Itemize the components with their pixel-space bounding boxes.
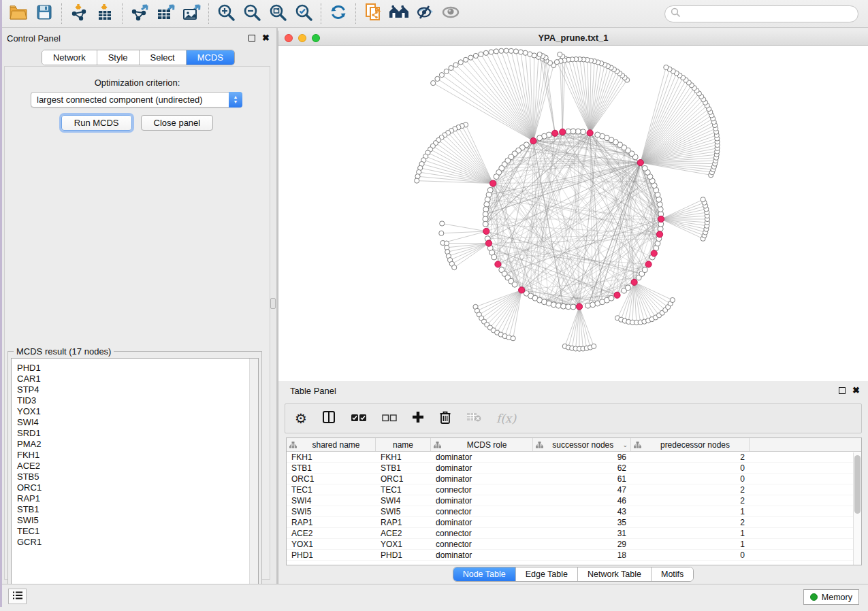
mcds-result-list[interactable]: PHD1CAR1STP4TID3YOX1SWI4SRD1PMA2FKH1ACE2… [11,358,259,601]
table-cell[interactable]: FKH1 [376,452,431,462]
table-row[interactable]: FKH1FKH1dominator962 [287,452,861,463]
mcds-result-item[interactable]: STB5 [17,472,258,482]
export-table-button[interactable] [152,3,178,24]
table-cell[interactable]: 47 [533,484,631,495]
table-row[interactable]: SWI4SWI4dominator462 [287,495,861,506]
column-header-name[interactable]: name [376,438,431,451]
table-row[interactable]: SWI5SWI5connector431 [287,506,861,517]
table-cell[interactable]: 43 [533,506,631,516]
run-mcds-button[interactable]: Run MCDS [61,115,132,131]
mcds-result-item[interactable]: PHD1 [17,363,258,374]
table-cell[interactable]: YOX1 [376,539,431,549]
mcds-result-item[interactable]: GCR1 [17,537,258,548]
table-cell[interactable]: TEC1 [376,484,431,495]
mcds-list-scrollbar[interactable] [249,359,258,600]
show-panels-button[interactable] [8,589,27,604]
refresh-button[interactable] [325,3,351,24]
tab-mcds[interactable]: MCDS [187,50,234,65]
search-input[interactable] [664,5,858,22]
select-all-button[interactable] [351,412,367,425]
table-cell[interactable]: 1 [631,506,750,516]
mcds-result-item[interactable]: ACE2 [17,461,258,472]
network-window-titlebar[interactable]: YPA_prune.txt_1 [278,31,868,46]
table-cell[interactable]: 2 [631,495,750,506]
export-image-button[interactable] [178,3,204,24]
table-cell[interactable]: 1 [631,539,750,549]
column-header-successor-nodes[interactable]: successor nodes⌄ [533,438,631,451]
table-cell[interactable]: STB1 [287,463,376,473]
table-row[interactable]: TEC1TEC1connector472 [287,484,861,495]
table-cell[interactable]: 2 [631,517,750,527]
table-cell[interactable]: dominator [431,517,533,527]
table-cell[interactable]: 0 [631,550,750,560]
column-header-MCDS-role[interactable]: MCDS role [431,438,533,451]
network-graph[interactable] [278,46,868,381]
splitter-grip[interactable] [270,298,276,309]
open-button[interactable] [5,3,31,24]
table-cell[interactable]: 18 [533,550,631,560]
export-network-button[interactable] [127,3,152,24]
table-cell[interactable]: ORC1 [376,474,431,484]
tab-motifs[interactable]: Motifs [652,567,693,581]
tab-select[interactable]: Select [140,50,187,65]
zoom-in-button[interactable] [213,3,239,24]
table-cell[interactable]: connector [431,528,533,538]
show-all-button[interactable] [438,3,464,24]
mcds-result-item[interactable]: STB1 [17,504,258,515]
table-cell[interactable]: dominator [431,452,533,462]
close-table-panel-icon[interactable]: ✖ [852,387,860,394]
table-row[interactable]: ACE2ACE2connector311 [287,528,861,539]
mcds-result-item[interactable]: TEC1 [17,526,258,537]
mcds-result-item[interactable]: ORC1 [17,482,258,493]
duplicate-network-button[interactable] [360,3,386,24]
optimization-criterion-dropdown[interactable]: largest connected component (undirected)… [31,92,242,108]
tab-network[interactable]: Network [42,50,97,65]
table-cell[interactable]: 62 [533,463,631,473]
save-button[interactable] [31,3,57,24]
import-table-button[interactable] [92,3,118,24]
search-text-field[interactable] [681,7,858,21]
float-panel-icon[interactable] [248,35,255,42]
mcds-result-item[interactable]: YOX1 [17,406,258,417]
table-cell[interactable]: 35 [533,517,631,527]
mcds-result-item[interactable]: PMA2 [17,439,258,450]
table-cell[interactable]: PHD1 [287,550,376,560]
table-row[interactable]: YOX1YOX1connector291 [287,539,861,550]
table-cell[interactable]: PHD1 [376,550,431,560]
zoom-selected-button[interactable] [291,3,317,24]
table-cell[interactable]: ORC1 [287,474,376,484]
table-settings-button[interactable]: ⚙ [295,412,307,425]
table-cell[interactable]: SWI5 [376,506,431,516]
table-cell[interactable]: 0 [631,474,750,484]
mcds-result-item[interactable]: STP4 [17,384,258,395]
tab-node-table[interactable]: Node Table [453,567,516,581]
delete-table-button[interactable] [466,412,481,425]
table-cell[interactable]: YOX1 [287,539,376,549]
table-cell[interactable]: connector [431,484,533,495]
table-row[interactable]: RAP1RAP1dominator352 [287,517,861,528]
table-cell[interactable]: 96 [533,452,631,462]
table-row[interactable]: STB1STB1dominator620 [287,463,861,474]
sort-chevron-icon[interactable]: ⌄ [622,442,628,448]
delete-column-button[interactable] [439,410,451,427]
mcds-result-item[interactable]: CAR1 [17,374,258,384]
tab-edge-table[interactable]: Edge Table [516,567,578,581]
column-header-predecessor-nodes[interactable]: predecessor nodes [631,438,750,451]
table-cell[interactable]: connector [431,539,533,549]
table-cell[interactable]: 0 [631,463,750,473]
mcds-result-item[interactable]: TID3 [17,395,258,406]
table-cell[interactable]: SWI4 [287,495,376,506]
column-header-shared-name[interactable]: shared name [287,438,376,451]
network-canvas[interactable] [278,46,868,381]
table-row[interactable]: PHD1PHD1dominator180 [287,550,861,561]
table-cell[interactable]: TEC1 [287,484,376,495]
add-column-button[interactable] [412,411,424,426]
mcds-result-item[interactable]: SWI4 [17,417,258,428]
table-cell[interactable]: 2 [631,484,750,495]
table-cell[interactable]: 2 [631,452,750,462]
table-cell[interactable]: 31 [533,528,631,538]
table-cell[interactable]: 29 [533,539,631,549]
zoom-out-button[interactable] [239,3,265,24]
column-layout-button[interactable] [322,410,336,427]
table-cell[interactable]: 46 [533,495,631,506]
